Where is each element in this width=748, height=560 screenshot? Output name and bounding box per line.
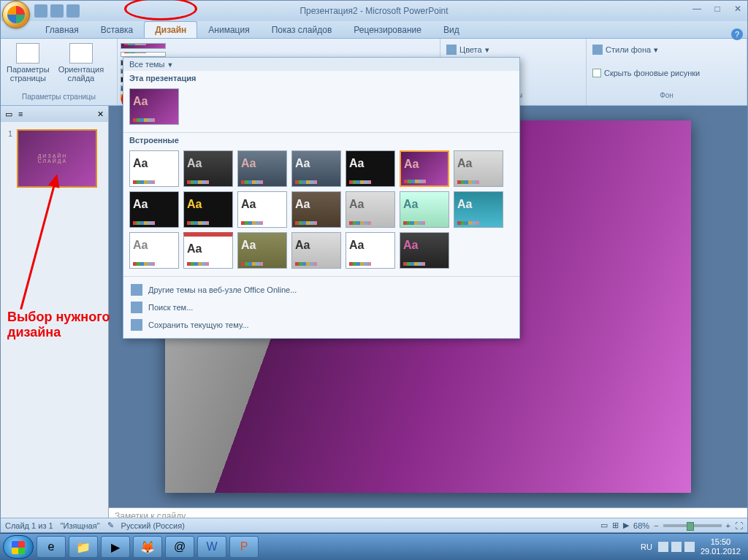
tray-date: 29.01.2012 bbox=[701, 547, 741, 556]
status-language[interactable]: Русский (Россия) bbox=[121, 521, 185, 530]
redo-icon[interactable] bbox=[66, 4, 80, 18]
tray-network-icon[interactable] bbox=[671, 542, 682, 552]
view-slideshow-icon[interactable]: ▶ bbox=[623, 521, 629, 530]
bg-styles-button[interactable]: Стили фона ▾ bbox=[592, 43, 741, 56]
dd-grid-this: Aa bbox=[123, 85, 519, 133]
theme-thumb[interactable]: Aa bbox=[291, 150, 341, 187]
group-background: Стили фона ▾ Скрыть фоновые рисунки Фон bbox=[587, 39, 747, 105]
task-explorer[interactable]: 📁 bbox=[69, 536, 98, 558]
page-setup-label: Параметры страницы bbox=[7, 65, 50, 83]
folder-icon bbox=[131, 302, 142, 313]
group-page-setup: Параметры страницы Ориентация слайда Пар… bbox=[1, 39, 118, 105]
theme-thumb[interactable]: Aa bbox=[346, 232, 395, 269]
zoom-in-button[interactable]: + bbox=[726, 521, 730, 530]
maximize-button[interactable]: □ bbox=[711, 4, 724, 15]
quick-access-toolbar bbox=[34, 4, 80, 18]
page-setup-group-label: Параметры страницы bbox=[5, 91, 112, 102]
undo-icon[interactable] bbox=[50, 4, 64, 18]
window-controls: — □ ✕ bbox=[690, 4, 744, 15]
task-word[interactable]: W bbox=[197, 536, 226, 558]
outline-tab-icon[interactable]: ≡ bbox=[18, 110, 23, 118]
tray-lang[interactable]: RU bbox=[641, 542, 652, 551]
theme-thumb[interactable]: Aa bbox=[183, 150, 233, 187]
slide-thumb-title: ДИЗАЙН СЛАЙДА bbox=[38, 153, 77, 164]
tab-animation[interactable]: Анимация bbox=[197, 21, 260, 38]
tab-slideshow[interactable]: Показ слайдов bbox=[261, 21, 343, 38]
task-ie[interactable]: e bbox=[37, 536, 66, 558]
zoom-slider[interactable] bbox=[663, 524, 722, 527]
theme-thumb[interactable]: Aa bbox=[400, 232, 449, 269]
page-setup-icon bbox=[16, 43, 39, 64]
orientation-button[interactable]: Ориентация слайда bbox=[57, 42, 105, 84]
theme-thumb[interactable]: Aa bbox=[291, 232, 341, 269]
start-button[interactable] bbox=[3, 535, 34, 559]
view-normal-icon[interactable]: ▭ bbox=[600, 521, 608, 530]
slide-number: 1 bbox=[8, 129, 12, 188]
tab-design[interactable]: Дизайн bbox=[144, 21, 197, 38]
theme-thumb[interactable]: Aa bbox=[346, 191, 395, 228]
theme-thumb[interactable]: Aa bbox=[129, 191, 179, 228]
theme-thumb[interactable]: Aa bbox=[346, 150, 395, 187]
window-title: Презентация2 - Microsoft PowerPoint bbox=[299, 6, 448, 16]
close-button[interactable]: ✕ bbox=[731, 4, 744, 15]
theme-thumb[interactable]: Aa bbox=[121, 43, 166, 49]
dd-section-builtin: Встроенные bbox=[123, 133, 519, 147]
status-slide-count: Слайд 1 из 1 bbox=[5, 521, 53, 530]
bg-group-label: Фон bbox=[592, 90, 741, 101]
close-panel-icon[interactable]: ✕ bbox=[97, 110, 104, 119]
task-media[interactable]: ▶ bbox=[101, 536, 130, 558]
themes-dropdown: Все темы ▼ Эта презентация Aa Встроенные… bbox=[123, 57, 520, 339]
checkbox-icon bbox=[592, 69, 601, 77]
colors-icon bbox=[446, 45, 457, 55]
theme-thumb[interactable]: Aa bbox=[400, 191, 449, 228]
tray-time: 15:50 bbox=[701, 537, 741, 547]
system-tray: RU 15:50 29.01.2012 bbox=[641, 537, 745, 556]
theme-thumb[interactable]: Aa bbox=[129, 232, 179, 269]
theme-thumb[interactable]: Aa bbox=[237, 150, 287, 187]
save-icon[interactable] bbox=[34, 4, 47, 18]
view-sorter-icon[interactable]: ⊞ bbox=[612, 521, 619, 530]
theme-thumb[interactable]: Aa bbox=[129, 88, 179, 125]
tray-flag-icon[interactable] bbox=[658, 542, 668, 552]
tab-insert[interactable]: Вставка bbox=[90, 21, 145, 38]
task-mail[interactable]: @ bbox=[165, 536, 194, 558]
dd-save-current[interactable]: Сохранить текущую тему... bbox=[123, 316, 519, 334]
tray-clock[interactable]: 15:50 29.01.2012 bbox=[701, 537, 741, 556]
theme-thumb[interactable]: Aa bbox=[291, 191, 341, 228]
spellcheck-icon[interactable]: ✎ bbox=[107, 521, 114, 530]
titlebar: Презентация2 - Microsoft PowerPoint — □ … bbox=[1, 1, 747, 21]
dd-section-this: Эта презентация bbox=[123, 71, 519, 85]
bg-styles-icon bbox=[592, 45, 603, 55]
page-setup-button[interactable]: Параметры страницы bbox=[5, 42, 51, 84]
theme-thumb[interactable]: Aa bbox=[454, 191, 503, 228]
theme-thumb-selected[interactable]: Aa bbox=[400, 150, 449, 187]
dd-all-themes[interactable]: Все темы ▼ bbox=[123, 58, 519, 71]
zoom-out-button[interactable]: − bbox=[654, 521, 658, 530]
orientation-icon bbox=[69, 43, 93, 64]
minimize-button[interactable]: — bbox=[690, 4, 703, 15]
tab-review[interactable]: Рецензирование bbox=[343, 21, 432, 38]
slides-tab-icon[interactable]: ▭ bbox=[5, 110, 12, 119]
theme-thumb[interactable]: Aa bbox=[129, 150, 179, 187]
theme-thumb[interactable]: Aa bbox=[237, 191, 287, 228]
tab-home[interactable]: Главная bbox=[34, 21, 90, 38]
office-button[interactable] bbox=[2, 1, 30, 28]
dd-search-themes[interactable]: Поиск тем... bbox=[123, 299, 519, 316]
orientation-label: Ориентация слайда bbox=[58, 65, 104, 83]
tab-view[interactable]: Вид bbox=[432, 21, 470, 38]
tray-volume-icon[interactable] bbox=[684, 542, 695, 552]
dd-grid-builtin: Aa Aa Aa Aa Aa Aa Aa Aa Aa Aa Aa Aa Aa A… bbox=[123, 147, 519, 277]
theme-thumb[interactable]: Aa bbox=[454, 150, 503, 187]
theme-thumb[interactable]: Aa bbox=[237, 232, 287, 269]
theme-thumb[interactable]: Aa bbox=[183, 232, 233, 269]
fit-to-window-icon[interactable]: ⛶ bbox=[735, 521, 743, 530]
globe-icon bbox=[131, 284, 142, 296]
hide-bg-checkbox[interactable]: Скрыть фоновые рисунки bbox=[592, 67, 741, 79]
colors-button[interactable]: Цвета ▾ bbox=[446, 43, 580, 56]
taskbar: e 📁 ▶ 🦊 @ W P RU 15:50 29.01.2012 bbox=[0, 533, 748, 560]
dd-more-online[interactable]: Другие темы на веб-узле Office Online... bbox=[123, 281, 519, 299]
task-powerpoint[interactable]: P bbox=[229, 536, 259, 558]
theme-thumb[interactable]: Aa bbox=[183, 191, 233, 228]
task-firefox[interactable]: 🦊 bbox=[133, 536, 162, 558]
status-theme-name: "Изящная" bbox=[61, 521, 100, 530]
